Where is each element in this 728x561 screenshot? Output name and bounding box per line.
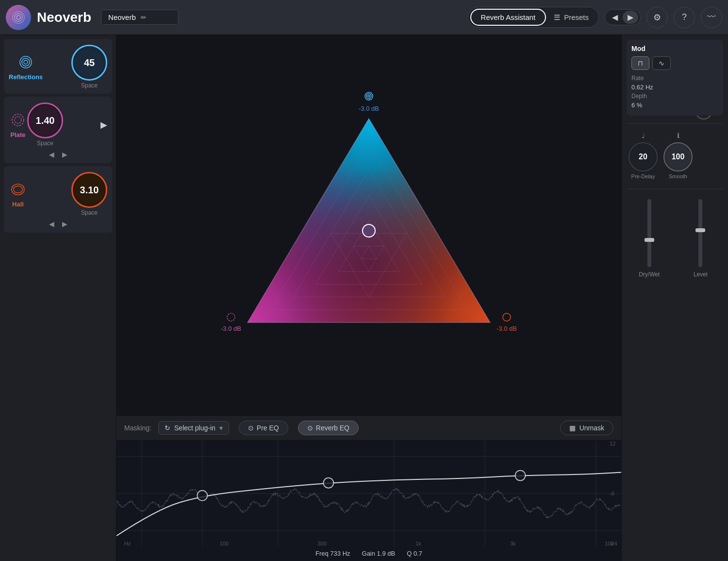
depth-value: 6 % (631, 102, 642, 109)
presets-label: Presets (564, 13, 589, 21)
right-panel: Mod ⊓ ∿ Rate 0.62 Hz Depth 6 % (621, 35, 728, 561)
svg-point-9 (366, 94, 371, 99)
reflections-space-knob[interactable]: 45 (71, 45, 107, 81)
app-logo (6, 5, 31, 30)
select-plugin-label: Select plug-in (174, 424, 215, 432)
hall-section: Hall 3.10 Space ◀ ▶ (4, 166, 112, 233)
eq-db-labels: 12 -6 -24 (610, 441, 617, 546)
mixer-left-label: -3.0 dB (221, 311, 241, 332)
knobs-section: ♩ 20 Pre-Delay ℹ 100 Smooth (627, 123, 723, 183)
plate-space-knob[interactable]: 1.40 (27, 102, 63, 138)
unmask-button[interactable]: ▦ Unmask (560, 421, 613, 435)
eq-info: Freq 733 Hz Gain 1.9 dB Q 0.7 (315, 550, 422, 557)
eq-tabs: Masking: ↻ Select plug-in ▾ ⊙ Pre EQ ⊙ R… (116, 416, 621, 441)
plate-knob-label: Space (37, 140, 53, 147)
predelay-knob[interactable]: 20 (629, 142, 658, 171)
help-icon: ? (682, 12, 687, 22)
presets-button[interactable]: ☰ Presets (546, 10, 596, 25)
depth-value-row: 6 % (631, 102, 718, 109)
nav-prev-button[interactable]: ◀ (607, 11, 623, 24)
drywet-thumb[interactable] (645, 238, 654, 242)
freq-100: 100 (220, 541, 229, 546)
mixer-area: -3.0 dB -3.0 dB -3.0 dB (116, 35, 621, 415)
mixer-handle[interactable] (362, 224, 376, 238)
plate-label-group: Plate (9, 111, 27, 138)
mod-sine-button[interactable]: ∿ (652, 56, 671, 70)
drywet-label: Dry/Wet (639, 271, 660, 278)
hall-next-arrow[interactable]: ▶ (62, 220, 67, 228)
reverb-eq-tab[interactable]: ⊙ Reverb EQ (298, 421, 359, 435)
faders-section: Dry/Wet Level (627, 195, 723, 556)
pre-eq-label: Pre EQ (257, 424, 279, 432)
svg-point-10 (368, 95, 370, 97)
eq-gain-value: 1.9 dB (377, 550, 396, 557)
level-track[interactable] (698, 199, 702, 267)
eq-display: Hz 100 300 1k 3k 10k 12 -6 -24 Freq 733 … (116, 441, 621, 561)
plate-prev-arrow[interactable]: ◀ (49, 151, 54, 158)
drywet-track[interactable] (647, 199, 651, 267)
level-label: Level (694, 271, 708, 278)
smooth-value: 100 (672, 153, 685, 161)
depth-label: Depth (631, 93, 647, 100)
plate-knob-value: 1.40 (36, 115, 55, 126)
svg-point-6 (12, 114, 24, 126)
rate-row: Rate (631, 75, 718, 82)
hall-knob-container: 3.10 Space (71, 172, 107, 216)
plugin-icon: ↻ (165, 424, 170, 432)
freq-3k: 3k (510, 541, 516, 546)
hall-prev-arrow[interactable]: ◀ (49, 220, 54, 228)
svg-point-2 (17, 16, 20, 19)
reflections-corner-icon (362, 89, 376, 103)
svg-point-11 (227, 313, 235, 321)
hall-label: Hall (12, 201, 24, 208)
main-area: Reflections 45 Space Plate (0, 35, 728, 561)
eq-freq-value: 733 Hz (330, 550, 350, 557)
pre-eq-tab[interactable]: ⊙ Pre EQ (239, 421, 288, 435)
mod-title: Mod (631, 45, 718, 52)
plate-play-button[interactable]: ▶ (100, 119, 107, 130)
header: Neoverb Neoverb ✏ Reverb Assistant ☰ Pre… (0, 0, 728, 35)
reverb-eq-label: Reverb EQ (316, 424, 349, 432)
freq-hz: Hz (124, 541, 131, 546)
midi-button[interactable]: 〰 (701, 7, 722, 28)
center-area: -3.0 dB -3.0 dB -3.0 dB (116, 35, 621, 561)
pre-eq-icon: ⊙ (248, 424, 254, 432)
mixer-right-db: -3.0 dB (496, 325, 517, 332)
mod-section: Mod ⊓ ∿ Rate 0.62 Hz Depth 6 % (627, 40, 723, 116)
preset-name: Neoverb (108, 13, 136, 21)
triangle-mixer[interactable]: -3.0 dB -3.0 dB -3.0 dB (218, 89, 519, 361)
dropdown-chevron-icon: ▾ (219, 424, 223, 432)
reflections-icon (17, 53, 35, 71)
plate-next-arrow[interactable]: ▶ (62, 151, 67, 158)
predelay-smooth-row: ♩ 20 Pre-Delay ℹ 100 Smooth (627, 128, 723, 183)
level-thumb[interactable] (695, 228, 705, 232)
hall-space-knob[interactable]: 3.10 (71, 172, 107, 208)
level-fader: Level (680, 199, 722, 278)
reflections-label-group: Reflections (9, 53, 43, 81)
eq-gain-label: Gain 1.9 dB (362, 550, 396, 557)
nav-next-button[interactable]: ▶ (623, 11, 638, 24)
reflections-knob-container: 45 Space (71, 45, 107, 89)
settings-button[interactable]: ⚙ (646, 7, 668, 28)
predelay-label: Pre-Delay (631, 173, 655, 179)
smooth-container: ℹ 100 Smooth (663, 132, 693, 179)
hall-corner-icon (501, 311, 513, 323)
unmask-icon: ▦ (569, 424, 576, 432)
edit-icon: ✏ (141, 14, 147, 21)
mod-buttons: ⊓ ∿ (631, 56, 718, 70)
db-neg6: -6 (610, 491, 617, 496)
predelay-value: 20 (639, 153, 647, 161)
select-plugin-dropdown[interactable]: ↻ Select plug-in ▾ (158, 421, 229, 435)
plate-corner-icon (225, 311, 237, 323)
eq-q-value: 0.7 (414, 550, 422, 557)
predelay-container: ♩ 20 Pre-Delay (629, 132, 658, 179)
midi-icon: 〰 (707, 12, 716, 22)
help-button[interactable]: ? (674, 7, 695, 28)
tempo-icon: ♩ (642, 132, 645, 139)
drywet-fader: Dry/Wet (629, 199, 670, 278)
preset-selector[interactable]: Neoverb ✏ (101, 10, 179, 25)
reverb-assistant-button[interactable]: Reverb Assistant (470, 9, 546, 26)
mod-square-button[interactable]: ⊓ (631, 56, 649, 70)
db-neg24: -24 (610, 541, 617, 546)
smooth-knob[interactable]: 100 (663, 142, 693, 171)
